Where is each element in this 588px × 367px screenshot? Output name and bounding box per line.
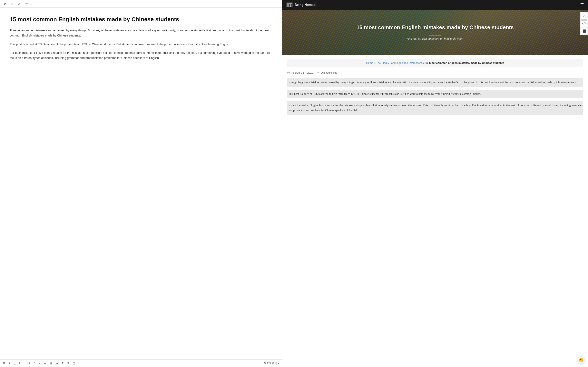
hero-divider	[429, 35, 441, 35]
bottom-toolbar: B I U H1 H2 " ≡ ≣ ⊞ A T S ⊡ ⏱ 129 单词 ▾	[0, 359, 282, 367]
article-paragraph-1: Foreign language mistakes can be caused …	[287, 78, 583, 87]
italic-button[interactable]: I	[8, 361, 11, 365]
dropdown-icon[interactable]: ▾	[278, 362, 279, 365]
browser-frame: Being Nomad ☰ 15 most common English mis…	[282, 0, 588, 367]
word-count-value: 129 单词	[267, 361, 277, 365]
article-paragraph-3: For each mistake, I'll give both a reaso…	[287, 101, 583, 115]
breadcrumb: Home » The Blog » Languages and Interact…	[287, 59, 583, 67]
list-bullet-button[interactable]: ≡	[38, 361, 41, 365]
strikethrough-button[interactable]: S	[66, 361, 70, 365]
article-paragraph-2: This post is aimed at ESL teachers, to h…	[287, 90, 583, 98]
breadcrumb-category[interactable]: Languages and Interactions	[390, 61, 423, 64]
underline2-button[interactable]: A	[55, 361, 59, 365]
article-para-1: Foreign language mistakes can be caused …	[10, 28, 272, 38]
image-button[interactable]: ⊡	[72, 361, 76, 365]
breadcrumb-blog[interactable]: The Blog	[376, 61, 387, 64]
right-sidebar: ✓ </> ⬛	[580, 12, 588, 35]
clock-icon: ⏱	[263, 362, 266, 365]
left-content: 15 most common English mistakes made by …	[0, 8, 282, 359]
article-body: Home » The Blog » Languages and Interact…	[282, 55, 588, 122]
word-count: ⏱ 129 单词 ▾	[263, 361, 279, 365]
hero-subtitle: And tips for ESL teachers on how to fix …	[407, 37, 463, 40]
article-title: 15 most common English mistakes made by …	[10, 16, 272, 23]
heading1-button[interactable]: H1	[18, 361, 24, 365]
quote-button[interactable]: "	[33, 361, 36, 365]
breadcrumb-sep-1: »	[374, 61, 376, 64]
more-icon[interactable]: ···	[25, 2, 29, 6]
typewriter-button[interactable]: T	[61, 361, 64, 365]
link-button[interactable]: ⊞	[49, 361, 53, 365]
refresh-icon[interactable]: ↻	[2, 2, 7, 6]
logo-text: Being Nomad	[294, 3, 315, 7]
heading2-button[interactable]: H2	[26, 361, 31, 365]
hero-title: 15 most common English mistakes made by …	[356, 24, 514, 31]
share-icon[interactable]: ⇧	[10, 2, 14, 6]
hero-section: 15 most common English mistakes made by …	[282, 10, 588, 55]
left-panel: ↻ ⇧ ⤢ ··· 15 most common English mistake…	[0, 0, 282, 367]
article-date: February 17, 2019	[287, 71, 313, 74]
code-icon[interactable]: </>	[581, 20, 587, 27]
breadcrumb-sep-3: »	[423, 61, 425, 64]
article-meta: February 17, 2019 Ola Jagielska	[287, 71, 583, 74]
breadcrumb-current: 15 most common English mistakes made by …	[425, 61, 504, 64]
emoji-button[interactable]: 😊	[577, 356, 585, 364]
hamburger-menu[interactable]: ☰	[580, 2, 584, 7]
svg-rect-4	[287, 72, 290, 74]
article-para-2: This post is aimed at ESL teachers, to h…	[10, 42, 272, 47]
check-icon[interactable]: ✓	[581, 13, 587, 20]
article-para-3: For each mistake, I'll give both a reaso…	[10, 50, 272, 60]
article-author: Ola Jagielska	[316, 71, 337, 74]
site-logo: Being Nomad	[286, 2, 315, 7]
breadcrumb-sep-2: »	[388, 61, 390, 64]
layer-icon[interactable]: ⬛	[581, 28, 587, 34]
breadcrumb-home[interactable]: Home	[366, 61, 373, 64]
list-number-button[interactable]: ≣	[43, 361, 47, 365]
expand-icon[interactable]: ⤢	[17, 2, 21, 6]
bold-button[interactable]: B	[2, 361, 6, 365]
underline-button[interactable]: U	[13, 361, 16, 365]
left-toolbar: ↻ ⇧ ⤢ ···	[0, 0, 282, 8]
logo-icon	[286, 2, 293, 7]
site-header: Being Nomad ☰	[282, 0, 588, 10]
right-panel: Being Nomad ☰ 15 most common English mis…	[282, 0, 588, 367]
